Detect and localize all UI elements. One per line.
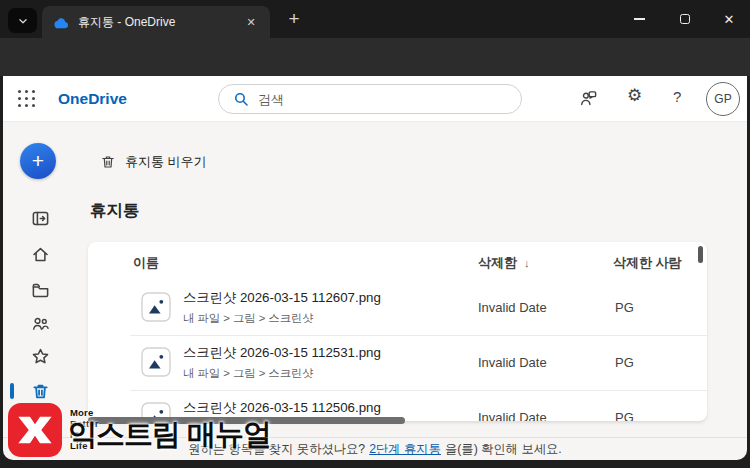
- account-avatar[interactable]: GP: [706, 82, 740, 116]
- browser-window: 휴지통 - OneDrive ✕ + ✕ https://extrememanu…: [0, 0, 750, 468]
- extrememanual-logo-icon: [8, 403, 62, 457]
- file-path-breadcrumb: 내 파일 > 그림 > 스크린샷: [183, 366, 381, 381]
- second-stage-recycle-link[interactable]: 2단계 휴지통: [369, 441, 441, 458]
- recycle-bin-list: 이름 삭제함 ↓ 삭제한 사람 스크린샷 2026-03-15 112607.p…: [88, 242, 707, 421]
- page-title: 휴지통: [90, 200, 140, 222]
- watermark-title: 익스트림 매뉴얼: [68, 415, 271, 455]
- browser-toolbar: https://extrememanualnet-my.sharepoint.c…: [0, 38, 750, 76]
- column-header-deleted-by[interactable]: 삭제한 사람: [613, 254, 682, 272]
- sidebar-favorites-star-icon[interactable]: [29, 345, 51, 367]
- chevron-down-icon: [16, 14, 30, 28]
- hint-suffix: 을(를) 확인해 보세요.: [445, 441, 562, 458]
- deleted-by: PG: [615, 390, 634, 421]
- onedrive-favicon: [52, 16, 69, 29]
- deleted-by: PG: [615, 280, 634, 335]
- sidebar-recycle-bin-icon[interactable]: [29, 380, 51, 402]
- tab-search-button[interactable]: [8, 8, 37, 33]
- image-file-icon: [141, 292, 171, 322]
- deleted-by: PG: [615, 335, 634, 390]
- minimize-icon: [634, 18, 645, 19]
- maximize-icon: [680, 14, 690, 24]
- window-close-button[interactable]: ✕: [714, 8, 744, 30]
- search-input[interactable]: [258, 92, 507, 107]
- table-header: 이름 삭제함 ↓ 삭제한 사람: [88, 242, 707, 280]
- tab-close-icon[interactable]: ✕: [242, 13, 260, 31]
- sort-descending-icon: ↓: [524, 257, 530, 269]
- add-new-button[interactable]: +: [20, 143, 56, 179]
- window-minimize-button[interactable]: [624, 8, 654, 30]
- settings-gear-icon[interactable]: ⚙: [627, 87, 642, 104]
- new-tab-button[interactable]: +: [283, 8, 305, 30]
- deleted-date: Invalid Date: [478, 280, 547, 335]
- expand-nav-icon[interactable]: [29, 207, 51, 229]
- onedrive-header: OneDrive ⚙ ? GP: [3, 76, 747, 122]
- sidebar-shared-people-icon[interactable]: [29, 312, 51, 334]
- active-nav-indicator: [10, 383, 14, 399]
- empty-recycle-bin-button[interactable]: 휴지통 비우기: [100, 151, 207, 173]
- file-info: 스크린샷 2026-03-15 112531.png 내 파일 > 그림 > 스…: [183, 335, 381, 390]
- column-header-deleted-label: 삭제함: [478, 254, 517, 272]
- onedrive-page: OneDrive ⚙ ? GP +: [3, 76, 747, 460]
- sidebar-files-folder-icon[interactable]: [29, 279, 51, 301]
- file-info: 스크린샷 2026-03-15 112607.png 내 파일 > 그림 > 스…: [183, 280, 381, 335]
- window-maximize-button[interactable]: [670, 8, 700, 30]
- vertical-scrollbar[interactable]: [698, 246, 703, 263]
- file-name: 스크린샷 2026-03-15 112531.png: [183, 344, 381, 362]
- app-launcher-icon[interactable]: [18, 90, 36, 108]
- search-box[interactable]: [218, 84, 522, 114]
- deleted-date: Invalid Date: [478, 390, 547, 421]
- table-row[interactable]: 스크린샷 2026-03-15 112607.png 내 파일 > 그림 > 스…: [88, 280, 707, 335]
- file-path-breadcrumb: 내 파일 > 그림 > 스크린샷: [183, 311, 381, 326]
- search-icon: [233, 91, 249, 107]
- onedrive-brand[interactable]: OneDrive: [58, 90, 127, 108]
- file-name: 스크린샷 2026-03-15 112607.png: [183, 289, 381, 307]
- trash-icon: [100, 154, 116, 170]
- tab-bar: 휴지통 - OneDrive ✕ + ✕: [0, 0, 750, 38]
- browser-tab[interactable]: 휴지통 - OneDrive ✕: [42, 6, 270, 38]
- table-row[interactable]: 스크린샷 2026-03-15 112531.png 내 파일 > 그림 > 스…: [88, 335, 707, 390]
- deleted-date: Invalid Date: [478, 335, 547, 390]
- image-file-icon: [141, 347, 171, 377]
- column-header-deleted[interactable]: 삭제함 ↓: [478, 254, 530, 272]
- feedback-icon[interactable]: [579, 89, 598, 108]
- sidebar-home-icon[interactable]: [29, 243, 51, 265]
- help-icon[interactable]: ?: [673, 88, 681, 105]
- tab-title: 휴지통 - OneDrive: [78, 14, 236, 31]
- column-header-name[interactable]: 이름: [133, 254, 159, 272]
- empty-recycle-bin-label: 휴지통 비우기: [125, 153, 207, 171]
